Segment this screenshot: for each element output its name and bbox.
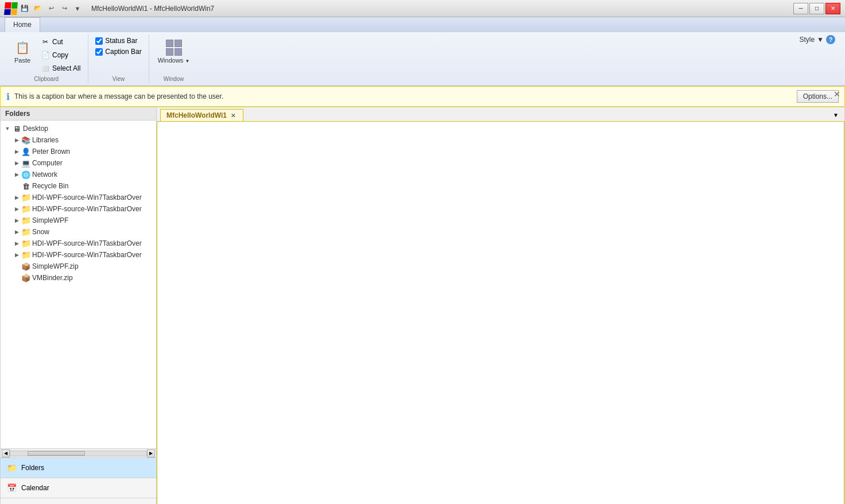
expander-desktop[interactable]: ▼: [3, 124, 12, 133]
expander-hdiwpf2[interactable]: ▶: [12, 204, 21, 214]
label-peterbrown: Peter Brown: [32, 148, 70, 156]
caption-bar-message: This is a caption bar where a message ca…: [14, 92, 792, 100]
app-icon: [4, 2, 18, 15]
expander-peterbrown[interactable]: ▶: [12, 147, 21, 156]
minimize-btn[interactable]: ─: [793, 3, 808, 14]
icon-vmbinderzip: 📦: [21, 273, 30, 282]
windows-button[interactable]: Windows ▼: [154, 36, 194, 67]
tree-item-hdiwpf2[interactable]: ▶ 📁 HDI-WPF-source-Win7TaskbarOver: [1, 203, 156, 215]
icon-recyclebin: 🗑: [21, 181, 30, 191]
view-checkboxes: Status Bar Caption Bar: [93, 36, 144, 57]
tab-label: MfcHelloWorldWi1: [166, 111, 227, 119]
tree-item-libraries[interactable]: ▶ 📚 Libraries: [1, 134, 156, 146]
caption-bar-check[interactable]: [95, 48, 103, 56]
tree-item-simplewpfzip[interactable]: ▶ 📦 SimpleWPF.zip: [1, 261, 156, 272]
icon-hdiwpf4: 📁: [21, 250, 30, 259]
quick-access-toolbar: 💾 📂 ↩ ↪ ▼: [5, 2, 83, 15]
tab-dropdown-btn[interactable]: ▼: [831, 110, 841, 121]
select-all-button[interactable]: ⬜ Select All: [38, 62, 83, 75]
title-bar: 💾 📂 ↩ ↪ ▼ MfcHelloWorldWi1 - MfcHelloWor…: [0, 0, 845, 17]
ribbon-group-clipboard: 📋 Paste ✂ Cut 📄 Copy ⬜ Select All: [5, 34, 88, 83]
icon-simplewpfzip: 📦: [21, 262, 30, 271]
scroll-left-btn[interactable]: ◀: [2, 449, 10, 458]
label-hdiwpf2: HDI-WPF-source-Win7TaskbarOver: [32, 205, 142, 213]
close-btn[interactable]: ✕: [825, 3, 840, 14]
tab-close-btn[interactable]: ✕: [229, 111, 237, 119]
help-icon[interactable]: ?: [826, 35, 835, 44]
tree-item-desktop[interactable]: ▼ 🖥 Desktop: [1, 123, 156, 134]
label-hdiwpf4: HDI-WPF-source-Win7TaskbarOver: [32, 251, 142, 259]
icon-libraries: 📚: [21, 135, 30, 145]
scroll-right-btn[interactable]: ▶: [147, 449, 155, 458]
title-bar-left: 💾 📂 ↩ ↪ ▼ MfcHelloWorldWi1 - MfcHelloWor…: [5, 2, 214, 15]
paste-button[interactable]: 📋 Paste: [9, 36, 36, 67]
ribbon-content: 📋 Paste ✂ Cut 📄 Copy ⬜ Select All: [0, 32, 845, 86]
label-recyclebin: Recycle Bin: [32, 182, 68, 190]
scrollbar-thumb[interactable]: [28, 451, 85, 456]
expander-libraries[interactable]: ▶: [12, 135, 21, 145]
qa-open-btn[interactable]: 📂: [32, 3, 44, 14]
folders-header: Folders: [1, 107, 156, 121]
status-bar-check[interactable]: [95, 37, 103, 45]
expander-simplewpf[interactable]: ▶: [12, 216, 21, 225]
maximize-btn[interactable]: □: [809, 3, 824, 14]
label-desktop: Desktop: [23, 125, 48, 133]
copy-button[interactable]: 📄 Copy: [38, 49, 83, 61]
nav-more-btn[interactable]: »: [145, 499, 154, 504]
tab-mfchelloworld[interactable]: MfcHelloWorldWi1 ✕: [160, 109, 243, 121]
label-simplewpf: SimpleWPF: [32, 216, 68, 224]
copy-icon: 📄: [41, 51, 50, 60]
expander-computer[interactable]: ▶: [12, 158, 21, 168]
view-content: Status Bar Caption Bar: [93, 36, 144, 75]
style-dropdown-btn[interactable]: Style ▼ ?: [795, 33, 839, 46]
label-libraries: Libraries: [32, 136, 59, 144]
tab-home[interactable]: Home: [5, 17, 40, 32]
expander-hdiwpf4[interactable]: ▶: [12, 250, 21, 259]
nav-buttons: 📁 Folders 📅 Calendar »: [1, 458, 156, 504]
tree-view[interactable]: ▼ 🖥 Desktop ▶ 📚 Libraries ▶ 👤 Peter Brow…: [1, 121, 156, 448]
windows-label: Windows ▼: [158, 57, 190, 64]
tree-item-hdiwpf3[interactable]: ▶ 📁 HDI-WPF-source-Win7TaskbarOver: [1, 238, 156, 249]
nav-calendar-icon: 📅: [5, 482, 18, 494]
icon-network: 🌐: [21, 170, 30, 179]
status-bar-checkbox[interactable]: Status Bar: [93, 36, 144, 46]
icon-peterbrown: 👤: [21, 147, 30, 156]
expander-snow[interactable]: ▶: [12, 227, 21, 237]
ribbon: Home 📋 Paste ✂ Cut 📄 Copy: [0, 17, 845, 86]
nav-btn-folders[interactable]: 📁 Folders: [1, 458, 156, 478]
caption-bar-checkbox[interactable]: Caption Bar: [93, 46, 144, 57]
nav-btn-calendar[interactable]: 📅 Calendar: [1, 478, 156, 498]
label-simplewpfzip: SimpleWPF.zip: [32, 262, 79, 270]
ribbon-tabs: Home: [0, 17, 845, 32]
qa-btn3[interactable]: ↩: [45, 3, 57, 14]
qa-dropdown-btn[interactable]: ▼: [72, 3, 83, 14]
expander-network[interactable]: ▶: [12, 170, 21, 179]
tree-item-computer[interactable]: ▶ 💻 Computer: [1, 157, 156, 169]
tree-item-network[interactable]: ▶ 🌐 Network: [1, 169, 156, 180]
paste-icon: 📋: [13, 38, 32, 57]
icon-simplewpf: 📁: [21, 216, 30, 225]
nav-folders-icon: 📁: [5, 462, 18, 474]
horizontal-scrollbar[interactable]: ◀ ▶: [1, 448, 156, 458]
expander-hdiwpf3[interactable]: ▶: [12, 239, 21, 248]
tree-item-hdiwpf1[interactable]: ▶ 📁 HDI-WPF-source-Win7TaskbarOver: [1, 192, 156, 203]
windows-icon: [165, 38, 183, 57]
cut-button[interactable]: ✂ Cut: [38, 36, 83, 48]
expander-hdiwpf1[interactable]: ▶: [12, 193, 21, 202]
label-hdiwpf3: HDI-WPF-source-Win7TaskbarOver: [32, 239, 142, 247]
window-controls: ─ □ ✕: [793, 3, 840, 14]
scrollbar-track[interactable]: [10, 451, 147, 456]
qa-save-btn[interactable]: 💾: [19, 3, 30, 14]
tree-item-vmbinderzip[interactable]: ▶ 📦 VMBinder.zip: [1, 272, 156, 284]
tree-item-peterbrown[interactable]: ▶ 👤 Peter Brown: [1, 146, 156, 157]
select-all-icon: ⬜: [41, 64, 50, 73]
left-panel: Folders ▼ 🖥 Desktop ▶ 📚 Libraries ▶ 👤: [1, 107, 157, 504]
icon-hdiwpf2: 📁: [21, 204, 30, 214]
qa-btn4[interactable]: ↪: [59, 3, 70, 14]
right-panel: MfcHelloWorldWi1 ✕ ▼: [157, 107, 844, 504]
tree-item-snow[interactable]: ▶ 📁 Snow: [1, 226, 156, 238]
tree-item-hdiwpf4[interactable]: ▶ 📁 HDI-WPF-source-Win7TaskbarOver: [1, 249, 156, 261]
tree-item-simplewpf[interactable]: ▶ 📁 SimpleWPF: [1, 215, 156, 226]
tree-item-recyclebin[interactable]: ▶ 🗑 Recycle Bin: [1, 180, 156, 192]
caption-close-btn[interactable]: ✕: [832, 89, 842, 99]
